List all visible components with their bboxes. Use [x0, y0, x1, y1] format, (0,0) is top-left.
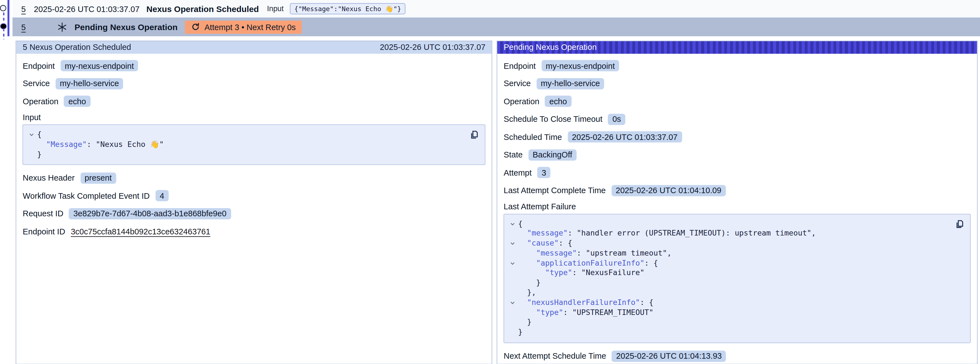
json-line-text: "message": "handler error (UPSTREAM_TIME… [518, 229, 816, 239]
detail-field: Endpoint ID 3c0c75ccfa8144b092c13ce63246… [23, 225, 485, 238]
field-label: Endpoint [23, 61, 55, 70]
json-line: } [508, 278, 964, 288]
retry-icon [191, 22, 200, 31]
field-value-badge: 0s [608, 113, 625, 125]
field-label: Last Attempt Complete Time [504, 186, 606, 195]
json-line-text: } [518, 318, 532, 327]
detail-field: Schedule To Close Timeout 0s [504, 113, 971, 126]
detail-field: Scheduled Time 2025-02-26 UTC 01:03:37.0… [504, 131, 971, 144]
json-line-text: { [518, 219, 523, 229]
json-line: } [508, 318, 964, 327]
field-value-badge: 2025-02-26 UTC 01:03:37.07 [568, 131, 682, 142]
event-input-chip: {"Message":"Nexus Echo 👋"} [290, 3, 406, 14]
field-label: Workflow Task Completed Event ID [23, 191, 150, 201]
detail-field: Request ID 3e829b7e-7d67-4b08-aad3-b1e86… [23, 207, 485, 220]
chevron-down-icon[interactable] [27, 130, 37, 140]
field-value-badge: 2025-02-26 UTC 01:04:13.93 [612, 350, 726, 361]
workflow-history-view: 5 2025-02-26 UTC 01:03:37.07 Nexus Opera… [0, 0, 980, 364]
field-group: Next Attempt Schedule Time 2025-02-26 UT… [504, 350, 971, 362]
json-line-gutter [508, 249, 518, 259]
pending-star-icon [57, 21, 68, 32]
detail-field: Endpoint my-nexus-endpoint [23, 59, 485, 72]
field-label: Schedule To Close Timeout [504, 114, 602, 124]
detail-field: Nexus Header present [23, 171, 485, 185]
json-line-text: } [37, 150, 41, 160]
field-group: Nexus Header present Workflow Task Compl… [23, 171, 485, 238]
field-label: Endpoint ID [23, 227, 65, 236]
field-label: Operation [504, 96, 539, 106]
field-value-badge: my-nexus-endpoint [60, 60, 138, 71]
field-label: Operation [23, 96, 59, 106]
json-line-text: }, [518, 288, 536, 298]
event-marker-open-icon [0, 5, 6, 11]
json-line: "nexusHandlerFailureInfo": { [508, 298, 964, 308]
detail-field: Attempt 3 [504, 166, 971, 179]
json-line: "message": "upstream timeout", [508, 249, 964, 259]
field-value-badge: my-hello-service [56, 78, 123, 89]
chevron-down-icon[interactable] [508, 239, 518, 249]
detail-field: Next Attempt Schedule Time 2025-02-26 UT… [504, 350, 971, 362]
chevron-down-icon[interactable] [508, 298, 518, 308]
event-input-label: Input [267, 5, 283, 13]
field-value-link[interactable]: 3c0c75ccfa8144b092c13ce632463761 [71, 227, 210, 236]
field-value-badge: echo [64, 96, 91, 107]
json-line: }, [508, 288, 964, 298]
detail-field: Service my-hello-service [23, 77, 485, 90]
field-group: Endpoint my-nexus-endpoint Service my-he… [23, 59, 485, 108]
json-line-gutter [27, 150, 37, 160]
json-line-text: "nexusHandlerFailureInfo": { [518, 298, 654, 308]
field-label: Next Attempt Schedule Time [504, 351, 606, 361]
detail-field: Last Attempt Complete Time 2025-02-26 UT… [504, 184, 971, 197]
field-label: Service [23, 79, 50, 88]
copy-icon[interactable] [955, 219, 965, 228]
event-title: Pending Nexus Operation [75, 22, 177, 32]
event-row-nexus-operation-scheduled[interactable]: 5 2025-02-26 UTC 01:03:37.07 Nexus Opera… [13, 0, 980, 18]
field-label: State [504, 150, 523, 160]
json-line: } [508, 328, 964, 337]
json-line: "Message": "Nexus Echo 👋" [27, 140, 479, 150]
panel-header-scheduled: 5 Nexus Operation Scheduled 2025-02-26 U… [16, 41, 492, 54]
field-value-badge: BackingOff [528, 149, 576, 160]
json-line-text: "message": "upstream timeout", [518, 249, 671, 259]
json-line: "message": "handler error (UPSTREAM_TIME… [508, 229, 964, 239]
json-line-text: { [37, 130, 41, 140]
json-line-text: "type": "UPSTREAM_TIMEOUT" [518, 308, 654, 318]
event-id-link[interactable]: 5 [21, 4, 25, 14]
json-line: "type": "UPSTREAM_TIMEOUT" [508, 308, 964, 318]
json-line-gutter [508, 308, 518, 318]
detail-field: Service my-hello-service [504, 77, 971, 90]
input-section-label: Input [23, 113, 485, 122]
json-line-text: } [518, 278, 541, 288]
field-value-badge: my-hello-service [536, 78, 605, 89]
field-value-badge: my-nexus-endpoint [541, 60, 619, 71]
json-line-text: } [518, 328, 523, 337]
field-label: Nexus Header [23, 173, 75, 183]
json-line: { [508, 219, 964, 229]
retry-badge-text: Attempt 3 • Next Retry 0s [204, 22, 296, 32]
json-line: } [27, 150, 479, 160]
json-line-gutter [508, 268, 518, 278]
detail-field: Operation echo [504, 95, 971, 108]
panel-title: Pending Nexus Operation [504, 42, 597, 52]
event-row-pending-nexus-operation[interactable]: 5 Pending Nexus Operation Attempt 3 • Ne… [13, 18, 980, 36]
input-json-block: { "Message": "Nexus Echo 👋"} [23, 124, 485, 165]
field-label: Service [504, 79, 531, 88]
json-line-gutter [508, 288, 518, 298]
json-line-gutter [508, 229, 518, 239]
json-line-gutter [508, 278, 518, 288]
field-value-badge: 4 [156, 190, 169, 201]
retry-status-badge: Attempt 3 • Next Retry 0s [185, 20, 302, 34]
panel-timestamp: 2025-02-26 UTC 01:03:37.07 [380, 42, 485, 52]
chevron-down-icon[interactable] [508, 259, 518, 268]
chevron-down-icon[interactable] [508, 219, 518, 229]
json-line: "cause": { [508, 239, 964, 249]
event-title: Nexus Operation Scheduled [146, 4, 259, 14]
last-attempt-failure-json-block: { "message": "handler error (UPSTREAM_TI… [504, 214, 971, 343]
json-line-text: "type": "NexusFailure" [518, 268, 644, 278]
detail-field: Operation echo [23, 95, 485, 108]
event-id-link[interactable]: 5 [21, 22, 25, 32]
detail-field: Endpoint my-nexus-endpoint [504, 59, 971, 72]
json-line-gutter [508, 328, 518, 337]
copy-icon[interactable] [469, 129, 479, 139]
detail-field: Workflow Task Completed Event ID 4 [23, 189, 485, 202]
